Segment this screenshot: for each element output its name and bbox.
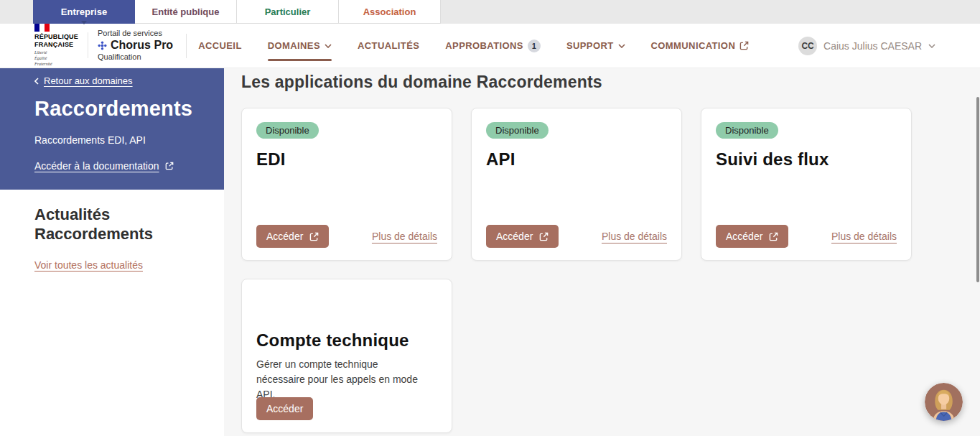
card-title: API [486, 149, 667, 170]
main-header: RÉPUBLIQUE FRANÇAISE Liberté Égalité Fra… [0, 24, 980, 68]
portal-label: Portail de services [98, 29, 173, 39]
vertical-scrollbar[interactable] [976, 97, 979, 282]
main-panel: Les applications du domaine Raccordement… [224, 68, 980, 436]
nav-communication[interactable]: COMMUNICATION [651, 24, 750, 68]
status-badge: Disponible [716, 122, 778, 139]
chevron-down-icon [325, 44, 332, 48]
french-flag-icon [34, 24, 78, 32]
active-tab-pointer [81, 21, 87, 27]
chevron-down-icon [928, 44, 935, 48]
access-button[interactable]: Accéder [486, 225, 559, 248]
external-link-icon [539, 232, 549, 241]
header-divider [186, 34, 187, 58]
application-cards: Disponible EDI Accéder Plus de détails D… [241, 108, 916, 433]
access-button[interactable]: Accéder [716, 225, 788, 248]
republique-francaise-logo: RÉPUBLIQUE FRANÇAISE Liberté Égalité Fra… [34, 24, 78, 67]
tab-particulier[interactable]: Particulier [237, 0, 339, 24]
tab-association[interactable]: Association [339, 0, 441, 24]
nav-domaines[interactable]: DOMAINES [268, 24, 332, 68]
domain-title: Raccordements [34, 97, 207, 121]
card-title: EDI [256, 149, 437, 170]
card-title: Compte technique [256, 330, 437, 351]
republique-line1: RÉPUBLIQUE [34, 33, 78, 40]
details-link[interactable]: Plus de détails [602, 231, 667, 242]
product-name: Chorus Pro [111, 38, 173, 52]
external-link-icon [165, 162, 174, 170]
nav-support[interactable]: SUPPORT [566, 24, 625, 68]
profile-tab-bar: Entreprise Entité publique Particulier A… [0, 0, 980, 24]
chevron-left-icon [34, 78, 39, 85]
status-badge: Disponible [256, 122, 319, 139]
domain-hero: Retour aux domaines Raccordements Raccor… [0, 68, 224, 190]
documentation-link[interactable]: Accéder à la documentation [34, 160, 207, 172]
back-to-domains-link[interactable]: Retour aux domaines [34, 75, 207, 86]
user-name: Caius Julius CAESAR [823, 40, 922, 52]
app-card-suivi-des-flux: Disponible Suivi des flux Accéder Plus d… [701, 108, 912, 261]
app-card-edi: Disponible EDI Accéder Plus de détails [241, 108, 452, 261]
chevron-down-icon [618, 44, 625, 48]
nav-accueil[interactable]: ACCUEIL [198, 24, 242, 68]
external-link-icon [739, 41, 749, 50]
external-link-icon [309, 232, 319, 241]
tab-entreprise[interactable]: Entreprise [33, 0, 135, 24]
assistant-chatbot-button[interactable] [925, 383, 963, 421]
tab-association-label: Association [363, 6, 416, 17]
page-title: Les applications du domaine Raccordement… [241, 73, 980, 92]
news-title: Actualités Raccordements [34, 205, 207, 244]
page-content: Retour aux domaines Raccordements Raccor… [0, 68, 980, 436]
motto: Liberté Égalité Fraternité [34, 50, 78, 67]
external-link-icon [769, 232, 778, 241]
user-menu[interactable]: CC Caius Julius CAESAR [798, 37, 935, 55]
main-nav: ACCUEIL DOMAINES ACTUALITÉS APPROBATIONS… [198, 24, 749, 68]
sidebar: Retour aux domaines Raccordements Raccor… [0, 68, 224, 436]
access-button[interactable]: Accéder [256, 397, 313, 420]
assistant-avatar-icon [925, 383, 963, 421]
tab-particulier-label: Particulier [265, 6, 311, 17]
status-badge: Disponible [486, 122, 549, 139]
app-card-compte-technique: Compte technique Gérer un compte techniq… [241, 279, 452, 433]
app-card-api: Disponible API Accéder Plus de détails [471, 108, 682, 261]
details-link[interactable]: Plus de détails [831, 231, 897, 242]
approbations-count-badge: 1 [528, 40, 541, 52]
all-news-link[interactable]: Voir toutes les actualités [34, 259, 143, 271]
brand-block[interactable]: RÉPUBLIQUE FRANÇAISE Liberté Égalité Fra… [34, 24, 173, 67]
news-section: Actualités Raccordements Voir toutes les… [0, 190, 224, 272]
environment-label: Qualification [98, 52, 173, 62]
chorus-pro-logo: Portail de services Chorus Pro Qualifica… [98, 29, 173, 63]
tab-entreprise-label: Entreprise [61, 6, 107, 17]
tab-entite-publique-label: Entité publique [152, 6, 220, 17]
chorus-pro-icon [98, 41, 107, 50]
card-description: Gérer un compte technique nécessaire pou… [256, 357, 429, 402]
domain-subtitle: Raccordements EDI, API [34, 134, 207, 146]
brand-divider [88, 32, 88, 58]
tab-entite-publique[interactable]: Entité publique [135, 0, 237, 24]
nav-approbations[interactable]: APPROBATIONS 1 [445, 24, 541, 68]
republique-line2: FRANÇAISE [34, 41, 78, 48]
details-link[interactable]: Plus de détails [372, 231, 437, 242]
nav-actualites[interactable]: ACTUALITÉS [358, 24, 419, 68]
user-avatar: CC [798, 37, 817, 55]
card-title: Suivi des flux [716, 149, 897, 170]
access-button[interactable]: Accéder [256, 225, 329, 248]
